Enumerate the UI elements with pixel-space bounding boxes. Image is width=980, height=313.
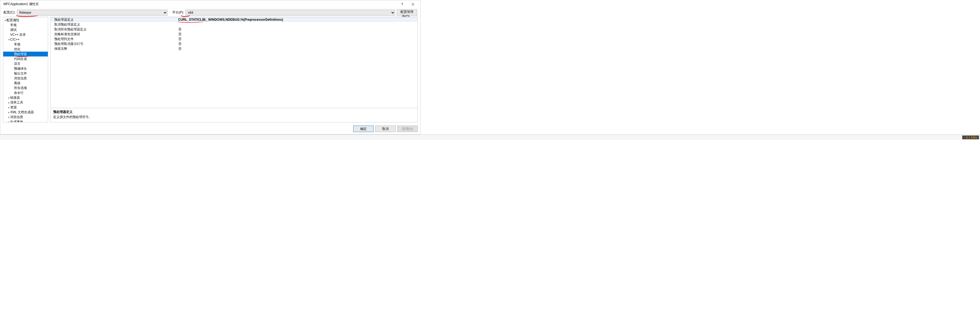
- property-panel: 预处理器定义CURL_STATICLIB;_WINDOWS;NDEBUG;%(P…: [50, 17, 418, 122]
- property-grid[interactable]: 预处理器定义CURL_STATICLIB;_WINDOWS;NDEBUG;%(P…: [51, 17, 417, 108]
- tree-node[interactable]: ▸常规: [3, 22, 48, 27]
- tree-node[interactable]: ▸优化: [3, 47, 48, 52]
- property-row[interactable]: 忽略标准包含路径否: [51, 32, 417, 37]
- cancel-button[interactable]: 取消: [375, 126, 396, 132]
- tree-node-label: XML 文档生成器: [10, 110, 34, 114]
- property-row[interactable]: 预处理器定义CURL_STATICLIB;_WINDOWS;NDEBUG;%(P…: [51, 17, 417, 22]
- property-row[interactable]: 保留注释否: [51, 46, 417, 51]
- caret-right-icon: ▸: [8, 105, 10, 110]
- tree-node-label: 代码生成: [14, 57, 27, 61]
- property-pages-dialog: MFCApplication1 属性页 ? 配置(C): Release 平台(…: [0, 0, 421, 134]
- window-title: MFCApplication1 属性页: [2, 2, 397, 6]
- caret-right-icon: ▸: [8, 120, 10, 122]
- property-value[interactable]: 否: [178, 46, 417, 51]
- dialog-buttons: 确定 取消 应用(A): [0, 125, 420, 134]
- tree-node[interactable]: ▸预编译头: [3, 66, 48, 71]
- property-row[interactable]: 取消所有预处理器定义否: [51, 27, 417, 32]
- body: ▾配置属性▸常规▸调试▸VC++ 目录▾C/C++▸常规▸优化▸预处理器▸代码生…: [0, 17, 420, 125]
- tree-node-label: 输出文件: [14, 72, 27, 75]
- config-bar: 配置(C): Release 平台(P): x64 配置管理器(O)...: [0, 8, 420, 17]
- ok-button[interactable]: 确定: [353, 126, 374, 132]
- tree-node-label: 命令行: [14, 91, 24, 95]
- tree-node-label: 高级: [14, 81, 21, 85]
- caret-down-icon: ▾: [8, 37, 10, 42]
- tree-node[interactable]: ▸浏览信息: [3, 76, 48, 81]
- tree-node[interactable]: ▸高级: [3, 81, 48, 86]
- property-value[interactable]: 否: [178, 27, 417, 32]
- tree-node[interactable]: ▾C/C++: [3, 37, 48, 42]
- property-name: 预处理取消显示行号: [51, 42, 178, 46]
- tree-node-label: 调试: [10, 28, 17, 32]
- tree-node[interactable]: ▸所有选项: [3, 86, 48, 90]
- tree-node-label: 优化: [14, 47, 21, 51]
- tree-node[interactable]: ▸代码生成: [3, 56, 48, 61]
- property-row[interactable]: 预处理到文件否: [51, 37, 417, 42]
- tree-node-label: 常规: [14, 43, 21, 46]
- config-select[interactable]: Release: [17, 10, 167, 16]
- tree-node-label: 生成事件: [10, 120, 23, 122]
- property-value[interactable]: [178, 22, 417, 27]
- platform-label: 平台(P):: [172, 10, 184, 15]
- property-value[interactable]: CURL_STATICLIB;_WINDOWS;NDEBUG;%(Preproc…: [178, 17, 417, 22]
- tree-node[interactable]: ▸XML 文档生成器: [3, 110, 48, 115]
- description-body: 定义源文件的预处理符号。: [53, 115, 415, 120]
- tree-node[interactable]: ▸调试: [3, 27, 48, 32]
- tree-node[interactable]: ▾配置属性: [3, 18, 48, 22]
- apply-button[interactable]: 应用(A): [397, 126, 418, 132]
- caret-right-icon: ▸: [8, 96, 10, 100]
- help-button[interactable]: ?: [397, 0, 407, 8]
- tree-node[interactable]: ▸清单工具: [3, 100, 48, 105]
- tree-node[interactable]: ▸生成事件: [3, 120, 48, 122]
- tree-node-label: 资源: [10, 105, 17, 109]
- caret-right-icon: ▸: [8, 110, 10, 115]
- config-label: 配置(C):: [3, 10, 15, 15]
- tree-node-label: 配置属性: [6, 18, 19, 22]
- property-name: 忽略标准包含路径: [51, 32, 178, 37]
- tree-node[interactable]: ▸常规: [3, 42, 48, 47]
- tree-node[interactable]: ▸资源: [3, 105, 48, 110]
- property-value[interactable]: 否: [178, 32, 417, 37]
- tree-node[interactable]: ▸语言: [3, 61, 48, 66]
- config-manager-button[interactable]: 配置管理器(O)...: [397, 10, 417, 16]
- property-value[interactable]: 否: [178, 42, 417, 46]
- property-name: 保留注释: [51, 46, 178, 51]
- caret-right-icon: ▸: [8, 100, 10, 105]
- close-button[interactable]: [407, 0, 418, 8]
- tree-node[interactable]: ▸命令行: [3, 90, 48, 95]
- tree-node-label: 预编译头: [14, 67, 27, 70]
- tree-node[interactable]: ▸输出文件: [3, 71, 48, 76]
- tree-node-label: 常规: [10, 23, 17, 27]
- property-name: 预处理到文件: [51, 37, 178, 42]
- titlebar: MFCApplication1 属性页 ?: [0, 0, 420, 8]
- caret-right-icon: ▸: [8, 115, 10, 120]
- property-name: 取消所有预处理器定义: [51, 27, 178, 32]
- tree-node-label: 所有选项: [14, 86, 27, 90]
- property-name: 取消预处理器定义: [51, 22, 178, 27]
- property-row[interactable]: 预处理取消显示行号否: [51, 42, 417, 46]
- property-name: 预处理器定义: [51, 17, 178, 22]
- tree-node[interactable]: ▸浏览信息: [3, 115, 48, 120]
- close-icon: [411, 3, 414, 6]
- property-value[interactable]: 否: [178, 37, 417, 42]
- tree-node-label: 预处理器: [14, 52, 27, 56]
- tree-node-label: VC++ 目录: [10, 33, 26, 37]
- caret-down-icon: ▾: [4, 18, 6, 23]
- platform-select[interactable]: x64: [186, 10, 395, 16]
- property-row[interactable]: 取消预处理器定义: [51, 22, 417, 27]
- description-title: 预处理器定义: [53, 110, 415, 114]
- tree-node-label: 语言: [14, 62, 21, 65]
- property-tree[interactable]: ▾配置属性▸常规▸调试▸VC++ 目录▾C/C++▸常规▸优化▸预处理器▸代码生…: [3, 17, 48, 122]
- tree-node-label: 浏览信息: [10, 115, 23, 119]
- tree-node[interactable]: ▸链接器: [3, 95, 48, 100]
- tree-node-label: 链接器: [10, 96, 20, 99]
- tree-node-label: 浏览信息: [14, 77, 27, 80]
- tree-node[interactable]: ▸VC++ 目录: [3, 32, 48, 37]
- description-box: 预处理器定义 定义源文件的预处理符号。: [51, 108, 417, 122]
- tree-node-label: 清单工具: [10, 101, 23, 104]
- tree-node[interactable]: ▸预处理器: [3, 52, 48, 56]
- tree-node-label: C/C++: [10, 38, 20, 42]
